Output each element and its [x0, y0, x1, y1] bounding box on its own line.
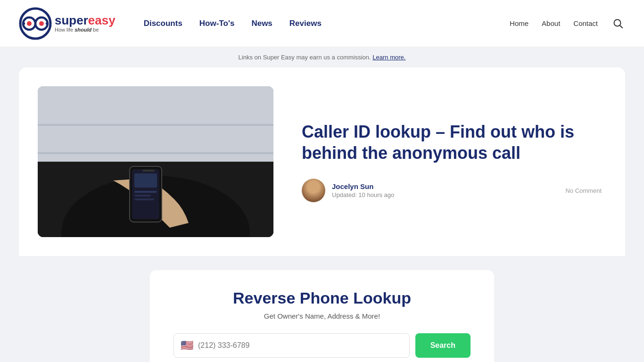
- lookup-widget: Reverse Phone Lookup Get Owner's Name, A…: [150, 270, 494, 362]
- svg-rect-19: [134, 198, 154, 200]
- svg-line-8: [620, 25, 622, 27]
- svg-rect-18: [134, 195, 151, 197]
- nav-discounts[interactable]: Discounts: [144, 19, 182, 28]
- author-name: Jocelyn Sun: [332, 182, 559, 190]
- nav-home[interactable]: Home: [510, 19, 528, 27]
- nav-contact[interactable]: Contact: [573, 19, 598, 27]
- site-logo[interactable]: supereasy How life should be: [19, 7, 116, 40]
- author-row: Jocelyn Sun Updated: 10 hours ago No Com…: [302, 179, 602, 202]
- article-text-area: Caller ID lookup – Find out who is behin…: [302, 121, 602, 202]
- widget-section: Reverse Phone Lookup Get Owner's Name, A…: [19, 256, 625, 362]
- article-illustration: [38, 86, 273, 237]
- article-title: Caller ID lookup – Find out who is behin…: [302, 121, 602, 164]
- search-bar: 🇺🇸 Search: [173, 333, 471, 358]
- nav-news[interactable]: News: [251, 19, 272, 28]
- author-info: Jocelyn Sun Updated: 10 hours ago: [332, 182, 559, 198]
- site-header: supereasy How life should be Discounts H…: [0, 0, 644, 47]
- author-updated: Updated: 10 hours ago: [332, 191, 559, 198]
- notice-bar: Links on Super Easy may earn us a commis…: [0, 47, 644, 67]
- nav-reviews[interactable]: Reviews: [289, 19, 322, 28]
- svg-rect-20: [142, 170, 155, 172]
- main-content-card: Caller ID lookup – Find out who is behin…: [19, 67, 625, 362]
- main-navigation: Discounts How-To's News Reviews: [144, 19, 510, 28]
- phone-input[interactable]: [198, 341, 403, 350]
- article-image: [38, 86, 273, 237]
- flag-icon: 🇺🇸: [181, 339, 193, 352]
- widget-title: Reverse Phone Lookup: [173, 289, 471, 307]
- svg-point-5: [27, 21, 32, 26]
- svg-rect-11: [38, 124, 273, 126]
- svg-point-6: [39, 21, 44, 26]
- widget-subtitle: Get Owner's Name, Address & More!: [173, 312, 471, 320]
- learn-more-link[interactable]: Learn more.: [372, 54, 405, 61]
- svg-rect-12: [38, 152, 273, 154]
- logo-text: supereasy How life should be: [55, 14, 116, 33]
- search-button[interactable]: [611, 16, 625, 31]
- article-hero: Caller ID lookup – Find out who is behin…: [19, 67, 625, 256]
- logo-name: supereasy: [55, 14, 116, 26]
- logo-svg: [19, 7, 52, 40]
- logo-tagline: How life should be: [55, 27, 116, 33]
- svg-rect-17: [134, 191, 157, 193]
- author-avatar: [302, 179, 325, 202]
- nav-howtos[interactable]: How-To's: [199, 19, 235, 28]
- search-icon: [613, 18, 623, 29]
- phone-input-wrapper: 🇺🇸: [173, 333, 410, 358]
- search-button-widget[interactable]: Search: [415, 333, 471, 358]
- svg-rect-16: [134, 173, 157, 188]
- nav-about[interactable]: About: [542, 19, 560, 27]
- right-navigation: Home About Contact: [510, 16, 625, 31]
- comment-count: No Comment: [565, 187, 602, 194]
